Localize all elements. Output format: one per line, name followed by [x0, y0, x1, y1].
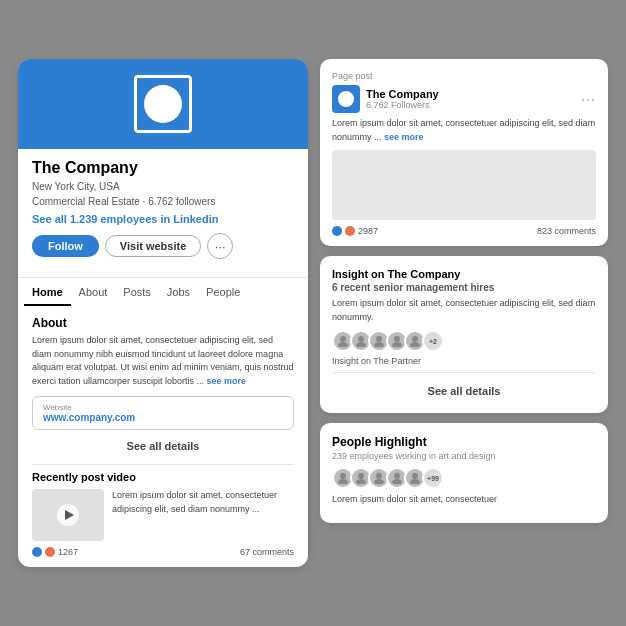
insight-partner-label: Insight on The Partner — [332, 356, 596, 366]
profile-banner — [18, 59, 308, 149]
left-panel: The Company New York City, USA Commercia… — [18, 59, 308, 567]
avatar-more: +2 — [422, 330, 444, 352]
reactions: 1267 — [32, 547, 78, 557]
divider — [32, 464, 294, 465]
svg-point-14 — [376, 473, 382, 479]
card1-text: Lorem ipsum dolor sit amet, consectetuer… — [332, 117, 596, 144]
tab-about[interactable]: About — [71, 278, 116, 306]
svg-point-9 — [410, 342, 420, 347]
insight-text: Lorem ipsum dolor sit amet, consectetuer… — [332, 297, 596, 324]
more-dots-icon: ··· — [215, 239, 226, 254]
card1-company-row: The Company 6.762 Followers — [332, 85, 439, 113]
about-text: Lorem ipsum dolor sit amet, consectetuer… — [32, 334, 294, 388]
card1-reaction-count: 2987 — [358, 226, 378, 236]
company-industry: Commercial Real Estate · 6.762 followers — [32, 194, 294, 209]
people-text: Lorem ipsum dolor sit amet, consectetuer — [332, 493, 596, 507]
company-logo — [134, 75, 192, 133]
insight-card: Insight on The Company 6 recent senior m… — [320, 256, 608, 413]
follow-button[interactable]: Follow — [32, 235, 99, 257]
card1-dot-blue — [332, 226, 342, 236]
svg-point-4 — [376, 336, 382, 342]
nav-tabs: Home About Posts Jobs People — [18, 277, 308, 306]
card1-dot-orange — [345, 226, 355, 236]
svg-point-0 — [340, 336, 346, 342]
video-text: Lorem ipsum dolor sit amet, consectetuer… — [112, 489, 294, 516]
svg-point-10 — [340, 473, 346, 479]
card1-logo — [332, 85, 360, 113]
video-footer: 1267 67 comments — [32, 547, 294, 557]
play-icon[interactable] — [57, 504, 79, 526]
tab-posts[interactable]: Posts — [115, 278, 159, 306]
company-location: New York City, USA — [32, 179, 294, 194]
people-title: People Highlight — [332, 435, 596, 449]
svg-point-5 — [374, 342, 384, 347]
card1-see-more[interactable]: see more — [384, 132, 424, 142]
svg-point-6 — [394, 336, 400, 342]
website-box: Website www.company.com — [32, 396, 294, 430]
video-section-title: Recently post video — [32, 471, 294, 483]
card1-comments-count: 823 comments — [537, 226, 596, 236]
tab-home[interactable]: Home — [24, 278, 71, 306]
see-more-link[interactable]: see more — [207, 376, 247, 386]
insight-title: Insight on The Company — [332, 268, 596, 280]
employees-link[interactable]: See all 1.239 employees in Linkedin — [32, 213, 294, 225]
insight-subtitle: 6 recent senior management hires — [332, 282, 596, 293]
svg-point-2 — [358, 336, 364, 342]
website-label: Website — [43, 403, 283, 412]
people-subtitle: 239 employees working in art and design — [332, 451, 596, 461]
tab-people[interactable]: People — [198, 278, 248, 306]
video-row: Lorem ipsum dolor sit amet, consectetuer… — [32, 489, 294, 541]
svg-point-13 — [356, 479, 366, 484]
insight-avatar-row: +2 — [332, 330, 596, 352]
reaction-dot-orange — [45, 547, 55, 557]
comments-count: 67 comments — [240, 547, 294, 557]
tab-jobs[interactable]: Jobs — [159, 278, 198, 306]
svg-point-18 — [412, 473, 418, 479]
card1-footer: 2987 823 comments — [332, 226, 596, 236]
card1-header: The Company 6.762 Followers ··· — [332, 85, 596, 113]
about-title: About — [32, 316, 294, 330]
svg-point-19 — [410, 479, 420, 484]
insight-divider — [332, 372, 596, 373]
card1-more-icon[interactable]: ··· — [581, 91, 596, 107]
svg-point-8 — [412, 336, 418, 342]
svg-point-17 — [392, 479, 402, 484]
people-avatar-row: +99 — [332, 467, 596, 489]
card1-followers: 6.762 Followers — [366, 100, 439, 110]
video-thumbnail[interactable] — [32, 489, 104, 541]
people-avatar-more: +99 — [422, 467, 444, 489]
page-post-tag: Page post — [332, 71, 596, 81]
people-highlight-card: People Highlight 239 employees working i… — [320, 423, 608, 523]
svg-point-15 — [374, 479, 384, 484]
post-image — [332, 150, 596, 220]
play-triangle-icon — [65, 510, 74, 520]
visit-website-button[interactable]: Visit website — [105, 235, 201, 257]
website-url[interactable]: www.company.com — [43, 412, 283, 423]
insight-see-all[interactable]: See all details — [332, 379, 596, 403]
company-name: The Company — [32, 159, 294, 177]
svg-point-7 — [392, 342, 402, 347]
more-options-button[interactable]: ··· — [207, 233, 233, 259]
page-post-card: Page post The Company 6.762 Followers ··… — [320, 59, 608, 246]
left-body: About Lorem ipsum dolor sit amet, consec… — [18, 306, 308, 567]
logo-circle — [144, 85, 182, 123]
card1-reactions: 2987 — [332, 226, 378, 236]
svg-point-11 — [338, 479, 348, 484]
svg-point-3 — [356, 342, 366, 347]
svg-point-12 — [358, 473, 364, 479]
profile-actions: Follow Visit website ··· — [32, 233, 294, 259]
svg-point-16 — [394, 473, 400, 479]
profile-info: The Company New York City, USA Commercia… — [18, 149, 308, 277]
card1-company-info: The Company 6.762 Followers — [366, 88, 439, 110]
card1-logo-circle — [338, 91, 354, 107]
svg-point-1 — [338, 342, 348, 347]
reaction-dot-blue — [32, 547, 42, 557]
right-panel: Page post The Company 6.762 Followers ··… — [320, 59, 608, 567]
card1-company-name: The Company — [366, 88, 439, 100]
see-all-details-link[interactable]: See all details — [32, 434, 294, 458]
reaction-count: 1267 — [58, 547, 78, 557]
